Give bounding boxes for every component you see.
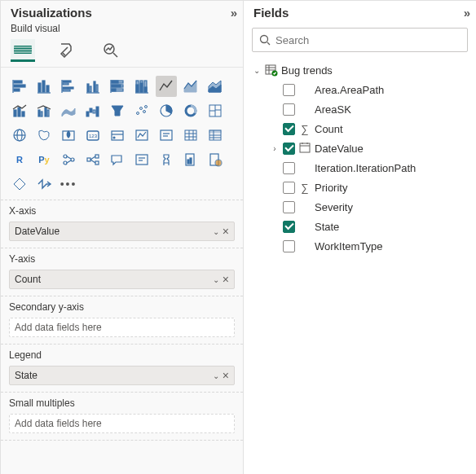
goals-icon[interactable]: [156, 149, 177, 170]
svg-rect-33: [136, 85, 139, 92]
expand-icon[interactable]: ⌄: [252, 66, 262, 75]
remove-field-icon[interactable]: ×: [223, 273, 229, 286]
svg-point-56: [145, 106, 148, 108]
svg-marker-52: [112, 106, 123, 116]
decomposition-tree-icon[interactable]: [82, 149, 104, 170]
map-icon[interactable]: [9, 125, 30, 146]
area-chart-icon[interactable]: [180, 76, 201, 97]
arcgis-icon[interactable]: [33, 173, 55, 195]
svg-line-108: [267, 42, 270, 45]
stacked-bar-chart-icon[interactable]: [9, 76, 30, 97]
field-label: DateValue: [315, 143, 364, 155]
line-clustered-column-icon[interactable]: [33, 100, 55, 121]
hundred-stacked-column-icon[interactable]: [131, 76, 152, 97]
table-icon[interactable]: [180, 125, 201, 146]
key-influencers-icon[interactable]: [58, 149, 79, 170]
svg-text:123: 123: [89, 134, 98, 138]
field-row[interactable]: ∑Count: [249, 119, 471, 138]
azure-map-icon[interactable]: [58, 125, 79, 146]
sigma-icon: ∑: [298, 123, 311, 135]
field-checkbox[interactable]: [283, 84, 295, 96]
chevron-down-icon[interactable]: ⌄: [213, 371, 219, 380]
card-icon[interactable]: [107, 125, 128, 146]
matrix-icon[interactable]: [205, 125, 226, 146]
ribbon-chart-icon[interactable]: [58, 100, 79, 121]
funnel-chart-icon[interactable]: [107, 100, 128, 121]
treemap-icon[interactable]: [205, 100, 226, 121]
chevron-down-icon[interactable]: ⌄: [213, 275, 219, 284]
yaxis-field[interactable]: Count ⌄×: [9, 270, 235, 289]
field-row[interactable]: WorkItemType: [249, 236, 471, 256]
search-box[interactable]: [252, 28, 468, 52]
line-chart-icon[interactable]: [156, 76, 177, 97]
collapse-visualizations-icon[interactable]: »: [231, 6, 235, 20]
svg-line-94: [90, 156, 95, 160]
remove-field-icon[interactable]: ×: [223, 225, 229, 238]
analytics-tab[interactable]: [99, 39, 123, 62]
field-row[interactable]: ›DateValue: [249, 138, 471, 158]
field-checkbox[interactable]: [283, 103, 295, 116]
donut-chart-icon[interactable]: [180, 100, 201, 121]
r-visual-icon[interactable]: R: [9, 149, 30, 170]
filled-map-icon[interactable]: [33, 125, 55, 146]
visualizations-title: Visualizations: [11, 6, 92, 20]
stacked-column-chart-icon[interactable]: [33, 76, 55, 97]
svg-point-86: [64, 155, 67, 158]
pie-chart-icon[interactable]: [156, 100, 177, 121]
stacked-area-chart-icon[interactable]: [205, 76, 226, 97]
smart-narrative-icon[interactable]: [131, 149, 152, 170]
secondary-yaxis-dropzone[interactable]: Add data fields here: [9, 318, 235, 337]
svg-rect-17: [63, 87, 73, 89]
svg-rect-30: [112, 89, 116, 91]
field-checkbox[interactable]: [283, 201, 295, 213]
power-apps-icon[interactable]: [205, 149, 226, 170]
line-stacked-column-icon[interactable]: [9, 100, 30, 121]
small-multiples-dropzone[interactable]: Add data fields here: [9, 414, 235, 433]
svg-rect-46: [45, 108, 46, 116]
kpi-icon[interactable]: [156, 125, 177, 146]
python-visual-icon[interactable]: Py: [33, 149, 55, 170]
power-automate-icon[interactable]: [9, 173, 30, 195]
svg-point-107: [261, 36, 268, 43]
paginated-report-icon[interactable]: [180, 149, 201, 170]
svg-rect-42: [18, 108, 20, 116]
search-input[interactable]: [275, 34, 461, 46]
svg-rect-102: [187, 160, 189, 164]
gauge-icon[interactable]: 123: [82, 125, 104, 146]
hundred-stacked-bar-icon[interactable]: [107, 76, 128, 97]
field-checkbox[interactable]: [283, 221, 295, 233]
clustered-column-chart-icon[interactable]: [82, 76, 104, 97]
multi-row-card-icon[interactable]: [131, 125, 152, 146]
field-checkbox[interactable]: [283, 162, 295, 174]
field-row[interactable]: AreaSK: [249, 99, 471, 119]
collapse-fields-icon[interactable]: »: [464, 6, 468, 20]
field-row[interactable]: Severity: [249, 197, 471, 217]
field-checkbox[interactable]: [283, 240, 295, 252]
clustered-bar-chart-icon[interactable]: [58, 76, 79, 97]
field-checkbox[interactable]: [283, 143, 295, 155]
legend-field[interactable]: State ⌄×: [9, 366, 235, 385]
field-row[interactable]: Area.AreaPath: [249, 80, 471, 99]
field-row[interactable]: ∑Priority: [249, 178, 471, 197]
field-row[interactable]: State: [249, 217, 471, 236]
visualizations-pane: Visualizations » Build visual: [0, 0, 243, 474]
chevron-down-icon[interactable]: ⌄: [213, 227, 219, 236]
scatter-chart-icon[interactable]: [131, 100, 152, 121]
table-row-bug-trends[interactable]: ⌄ Bug trends: [249, 60, 471, 80]
field-label: AreaSK: [315, 103, 351, 116]
waterfall-chart-icon[interactable]: [82, 100, 104, 121]
field-label: Severity: [315, 201, 353, 213]
remove-field-icon[interactable]: ×: [223, 369, 229, 382]
qa-visual-icon[interactable]: [107, 149, 128, 170]
field-checkbox[interactable]: [283, 123, 295, 135]
svg-line-89: [67, 156, 71, 159]
more-visuals-icon[interactable]: •••: [58, 173, 79, 195]
build-visual-tab[interactable]: [11, 39, 35, 62]
xaxis-field[interactable]: DateValue ⌄×: [9, 222, 235, 241]
svg-rect-41: [14, 110, 16, 116]
secondary-yaxis-label: Secondary y-axis: [9, 301, 235, 313]
expand-icon[interactable]: ›: [270, 144, 280, 153]
field-checkbox[interactable]: [283, 182, 295, 194]
format-visual-tab[interactable]: [55, 39, 79, 62]
field-row[interactable]: Iteration.IterationPath: [249, 158, 471, 178]
